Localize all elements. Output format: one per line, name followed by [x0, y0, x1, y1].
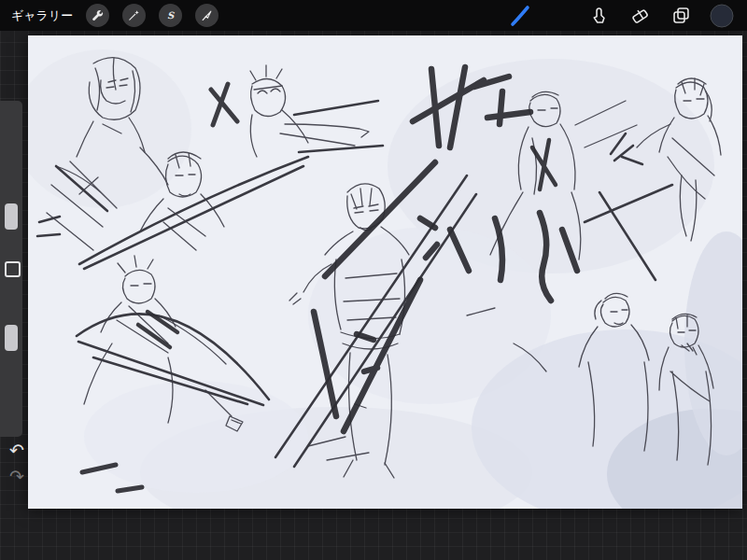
opacity-handle[interactable]: [5, 325, 18, 351]
color-swatch-button[interactable]: [710, 4, 734, 28]
brush-stroke-icon: [509, 5, 531, 27]
brush-size-handle[interactable]: [5, 203, 18, 230]
side-toolbar: [0, 101, 22, 437]
adjustments-button[interactable]: [122, 4, 146, 27]
undo-button[interactable]: ↶: [6, 439, 28, 461]
smudge-finger-icon: [589, 6, 609, 25]
layers-icon: [671, 6, 691, 25]
transform-button[interactable]: [195, 4, 218, 27]
selection-glyph: S: [167, 10, 175, 21]
smudge-tool-button[interactable]: [586, 4, 611, 28]
top-toolbar: ギャラリー S: [0, 0, 747, 31]
wrench-icon: [91, 8, 105, 22]
sketch-artwork: [28, 35, 742, 509]
paint-tool-button[interactable]: [508, 4, 532, 28]
actions-button[interactable]: [86, 4, 109, 27]
paint-tools-group: [508, 4, 734, 28]
layers-button[interactable]: [669, 4, 693, 28]
magic-wand-icon: [127, 8, 141, 22]
procreate-app: ギャラリー S: [0, 0, 747, 560]
opacity-slider[interactable]: [0, 287, 22, 437]
erase-tool-button[interactable]: [627, 4, 652, 28]
transform-arrow-icon: [200, 8, 214, 22]
color-circle: [710, 4, 734, 28]
selection-button[interactable]: S: [159, 4, 182, 27]
eraser-icon: [630, 6, 650, 25]
drawing-canvas[interactable]: [28, 35, 742, 509]
gallery-button[interactable]: ギャラリー: [11, 7, 73, 24]
redo-button[interactable]: ↷: [6, 465, 28, 487]
modify-button[interactable]: [5, 261, 21, 277]
brush-size-slider[interactable]: [0, 101, 22, 261]
selection-s-icon: S: [163, 8, 177, 22]
